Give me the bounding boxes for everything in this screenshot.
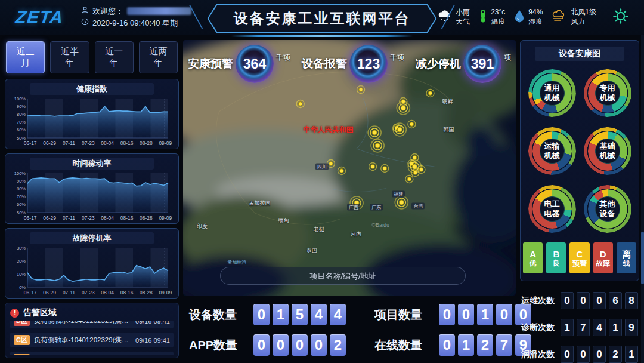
alert-zone-badge: D区 (14, 321, 30, 326)
legend-chip: B良 (546, 242, 566, 273)
kpi-label: 减少停机 (416, 56, 461, 72)
svg-text:06-17: 06-17 (24, 140, 37, 146)
digit-box: 0 (496, 304, 512, 325)
digit-box: 0 (577, 292, 590, 309)
digit-box: 2 (609, 346, 622, 363)
counter: 运维次数000683 (521, 292, 638, 309)
legend-chip: 离线 (617, 242, 636, 273)
time-filter-button[interactable]: 近两年 (139, 41, 178, 73)
svg-text:10%: 10% (17, 272, 26, 277)
digit-box: 2 (330, 334, 346, 356)
scrollbar[interactable] (641, 35, 644, 363)
right-column: 设备安康图 通用机械专用机械运输机械基础机械电工电器其他设备 A优B良C预警D故… (520, 40, 639, 358)
weather-text: 北风1级风力 (571, 8, 596, 26)
legend-label: 良 (553, 260, 560, 267)
legend-label: 预警 (572, 260, 587, 267)
alert-zone-badge: C区 (14, 354, 30, 355)
device-health-panel: 设备安康图 通用机械专用机械运输机械基础机械电工电器其他设备 A优B良C预警D故… (520, 40, 639, 281)
time-filter-button[interactable]: 近三月 (6, 41, 45, 73)
counter: 项目数量00100 (374, 304, 531, 325)
gauge-基础机械: 基础机械 (584, 127, 631, 175)
gauge-name: 运输机械 (543, 141, 561, 161)
digit-box: 0 (593, 346, 606, 363)
digit-box: 1 (273, 304, 289, 325)
kpi-row: 安康预警364千项设备报警123千项减少停机391项 (183, 45, 516, 83)
scrollbar-thumb[interactable] (641, 232, 644, 284)
digit-box: 0 (311, 334, 327, 356)
gauge-通用机械: 通用机械 (528, 69, 576, 117)
gauge-center: 其他设备 (595, 196, 620, 222)
kpi-value: 364 (243, 56, 266, 72)
china-map[interactable]: 中华人民共和国朝鲜韩国印度孟加拉国缅甸老挝泰国河内四川广西广东福建台湾孟加拉湾©… (183, 40, 516, 296)
svg-text:100%: 100% (14, 96, 26, 101)
counter-digits: 000683 (561, 292, 644, 309)
weather-strip: 小雨天气23°c温度94%湿度北风1级风力 (438, 8, 596, 26)
svg-text:80%: 80% (17, 186, 26, 192)
search-input[interactable] (220, 267, 466, 285)
kpi-circle: 364 (236, 45, 274, 83)
thermometer-icon (479, 9, 487, 26)
legend-label: 线 (623, 260, 630, 267)
digit-box: 1 (477, 304, 493, 325)
counter: 润滑次数000211 (521, 346, 638, 363)
alert-time: 09/16 09:41 (135, 321, 170, 325)
gauge-运输机械: 运输机械 (528, 127, 576, 175)
gauge-center: 专用机械 (595, 81, 620, 106)
digit-box: 1 (561, 319, 574, 336)
alert-text: 负荷侧轴承-10401202329(煤气引风机电... (34, 321, 131, 325)
svg-text:90%: 90% (17, 179, 26, 184)
kpi-circle: 123 (349, 45, 388, 83)
alert-row[interactable]: C区负荷侧轴承-10401202329(煤气引风机电...09/16 09:41 (10, 352, 174, 355)
legend-grade: A (530, 250, 536, 259)
legend-grade: C (577, 250, 583, 259)
gauge-center: 运输机械 (540, 139, 565, 164)
time-filter-button[interactable]: 近半年 (50, 41, 89, 73)
svg-text:07-11: 07-11 (63, 140, 75, 146)
digit-box: 0 (273, 334, 289, 356)
alert-icon: ! (10, 309, 19, 318)
kpi-label: 安康预警 (188, 56, 233, 72)
counter-digits: 174197 (561, 319, 644, 336)
counter-digits: 00100 (439, 304, 531, 325)
chart-title: 健康指数 (30, 83, 154, 95)
svg-text:06-29: 06-29 (43, 215, 56, 221)
digit-box: 0 (561, 346, 574, 363)
time-filter-group: 近三月近半年近一年近两年 (5, 40, 179, 75)
svg-text:07-11: 07-11 (63, 290, 75, 296)
digit-box: 1 (458, 334, 474, 356)
left-column: 近三月近半年近一年近两年 健康指数50%60%70%80%90%100%06-1… (5, 40, 179, 358)
alert-row[interactable]: C区负荷侧轴承-10401202329(煤气引风机电...09/16 09:41 (10, 333, 174, 347)
weather-item: 北风1级风力 (552, 8, 596, 26)
gear-icon[interactable] (612, 7, 630, 27)
kpi-group: 减少停机391项 (416, 45, 511, 83)
kpi-group: 设备报警123千项 (302, 45, 404, 83)
digit-box: 0 (439, 304, 455, 325)
time-filter-button[interactable]: 近一年 (95, 41, 134, 73)
svg-text:08-28: 08-28 (140, 140, 153, 146)
platform-title-box: 设备安康工业互联网平台 (208, 4, 437, 37)
counters-center: 设备数量01544项目数量00100APP数量00002在线数量01279 (183, 296, 516, 356)
svg-text:09-09: 09-09 (159, 140, 172, 146)
digit-box: 0 (577, 346, 590, 363)
gauge-center: 电工电器 (540, 196, 565, 222)
counter-label: 润滑次数 (521, 349, 555, 360)
humidity-icon (514, 9, 525, 26)
svg-text:08-28: 08-28 (140, 290, 153, 296)
gauge-专用机械: 专用机械 (584, 69, 631, 117)
digit-box: 0 (253, 304, 270, 325)
counter: 诊断次数174197 (521, 319, 638, 336)
digit-box: 2 (477, 334, 493, 356)
weather-item: 小雨天气 (438, 8, 470, 26)
svg-text:06-17: 06-17 (24, 290, 37, 296)
weather-text: 小雨天气 (456, 8, 470, 26)
alert-panel: ! 告警区域 D区负荷侧轴承-10401202329(煤气引风机电...09/1… (5, 303, 179, 358)
health-legend: A优B良C预警D故障离线 (521, 236, 639, 275)
clock-icon (81, 17, 89, 29)
zeta-logo: ZETA (14, 7, 64, 27)
svg-text:09-09: 09-09 (159, 290, 172, 296)
alert-list: D区负荷侧轴承-10401202329(煤气引风机电...09/16 09:41… (10, 321, 174, 355)
kpi-unit: 千项 (390, 53, 404, 63)
digit-box: 1 (625, 346, 638, 363)
alert-row[interactable]: D区负荷侧轴承-10401202329(煤气引风机电...09/16 09:41 (10, 321, 174, 328)
gauge-name: 专用机械 (598, 84, 617, 103)
